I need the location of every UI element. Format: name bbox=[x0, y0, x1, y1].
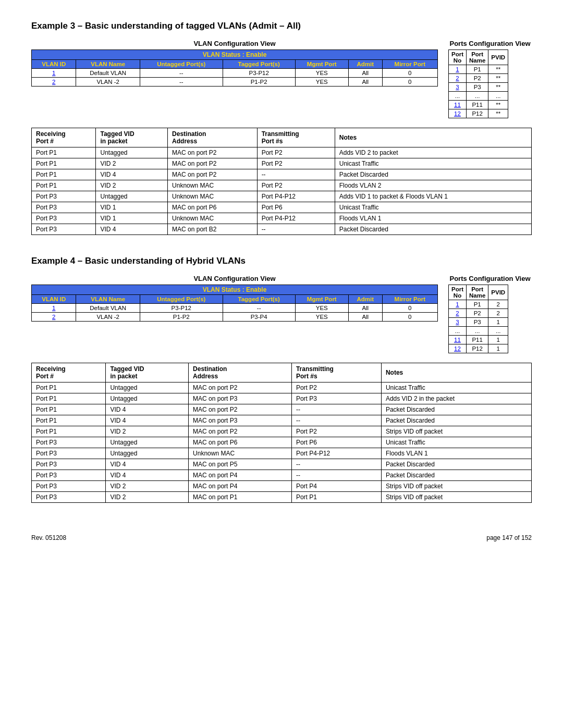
table-cell: P1 bbox=[467, 300, 488, 309]
table-cell: Port P2 bbox=[291, 426, 381, 437]
table-cell: ... bbox=[467, 92, 488, 101]
table-cell: Adds VID 2 in the packet bbox=[381, 393, 531, 404]
table-cell: MAC on port P3 bbox=[189, 393, 292, 404]
table-cell: Default VLAN bbox=[76, 69, 140, 78]
table-cell: ** bbox=[488, 109, 508, 118]
port-th-no: PortNo bbox=[449, 285, 467, 300]
table-cell: Unknown MAC bbox=[168, 191, 258, 202]
footer: Rev. 051208 page 147 of 152 bbox=[31, 534, 532, 541]
table-cell: Port P4-P12 bbox=[257, 191, 335, 202]
table-cell: 2 bbox=[488, 309, 508, 318]
example3-ports-table: PortNo PortName PVID 1P1**2P2**3P3**....… bbox=[448, 50, 508, 118]
example4-config-row: VLAN Configuration View VLAN Status : En… bbox=[31, 275, 532, 353]
table-cell: Port P3 bbox=[32, 202, 96, 213]
table-cell: VLAN -2 bbox=[76, 78, 140, 87]
footer-left: Rev. 051208 bbox=[31, 534, 66, 541]
table-cell: VID 2 bbox=[96, 158, 168, 169]
table-cell: Port P1 bbox=[32, 415, 106, 426]
table-cell: Packet Discarded bbox=[381, 404, 531, 415]
main-th-tagged-vid: Tagged VIDin packet bbox=[106, 363, 189, 382]
table-cell: MAC on port P6 bbox=[168, 202, 258, 213]
table-cell: Packet Discarded bbox=[381, 415, 531, 426]
table-cell: Port P1 bbox=[32, 426, 106, 437]
table-cell: -- bbox=[291, 470, 381, 481]
table-cell: Port P1 bbox=[291, 492, 381, 503]
table-cell: Port P4 bbox=[291, 481, 381, 492]
example3-vlan-table: VLAN ID VLAN Name Untagged Port(s) Tagge… bbox=[31, 59, 438, 87]
table-cell: Untagged bbox=[106, 382, 189, 393]
table-cell: Packet Discarded bbox=[381, 470, 531, 481]
table-cell: ** bbox=[488, 65, 508, 74]
table-cell: 2 bbox=[32, 78, 76, 87]
table-cell: MAC on port P2 bbox=[168, 169, 258, 180]
table-cell: ** bbox=[488, 83, 508, 92]
table-cell: 2 bbox=[449, 309, 467, 318]
table-cell: Floods VLAN 1 bbox=[381, 448, 531, 459]
table-cell: P3 bbox=[467, 318, 488, 327]
vlan-th-untagged: Untagged Port(s) bbox=[140, 295, 223, 304]
table-cell: Port P6 bbox=[291, 437, 381, 448]
table-cell: Untagged bbox=[106, 448, 189, 459]
table-cell: -- bbox=[291, 404, 381, 415]
table-cell: YES bbox=[295, 313, 348, 322]
main-th-transmitting: TransmittingPort #s bbox=[257, 128, 335, 147]
table-cell: VID 1 bbox=[96, 202, 168, 213]
example3-ports-config-title: Ports Configuration View bbox=[448, 40, 532, 47]
table-cell: Floods VLAN 1 bbox=[335, 213, 531, 224]
port-th-name: PortName bbox=[467, 285, 488, 300]
table-cell: P3 bbox=[467, 83, 488, 92]
vlan-th-mgmt: Mgmt Port bbox=[295, 295, 348, 304]
table-cell: ... bbox=[449, 92, 467, 101]
table-cell: Unicast Traffic bbox=[381, 437, 531, 448]
table-cell: P12 bbox=[467, 344, 488, 353]
main-th-notes: Notes bbox=[335, 128, 531, 147]
table-cell: Port P3 bbox=[32, 448, 106, 459]
table-cell: MAC on port P2 bbox=[189, 382, 292, 393]
table-cell: 1 bbox=[488, 336, 508, 344]
table-cell: MAC on port P4 bbox=[189, 481, 292, 492]
table-cell: 2 bbox=[488, 300, 508, 309]
table-cell: MAC on port B2 bbox=[168, 224, 258, 235]
table-cell: YES bbox=[295, 69, 348, 78]
table-cell: Unknown MAC bbox=[189, 448, 292, 459]
vlan-th-admit: Admit bbox=[348, 295, 382, 304]
table-cell: YES bbox=[295, 304, 348, 313]
table-cell: 1 bbox=[449, 65, 467, 74]
table-cell: Port P2 bbox=[257, 158, 335, 169]
vlan-th-tagged: Tagged Port(s) bbox=[223, 60, 295, 69]
table-cell: ** bbox=[488, 74, 508, 83]
table-cell: 2 bbox=[449, 74, 467, 83]
table-cell: 12 bbox=[449, 344, 467, 353]
table-cell: Default VLAN bbox=[76, 304, 140, 313]
table-cell: -- bbox=[140, 69, 223, 78]
table-cell: P2 bbox=[467, 74, 488, 83]
main-th-transmitting: TransmittingPort #s bbox=[291, 363, 381, 382]
table-cell: Port P3 bbox=[32, 224, 96, 235]
table-cell: Port P2 bbox=[257, 180, 335, 191]
table-cell: P2 bbox=[467, 309, 488, 318]
table-cell: VID 2 bbox=[106, 481, 189, 492]
example4-vlan-config: VLAN Configuration View VLAN Status : En… bbox=[31, 275, 438, 322]
table-cell: Port P4-P12 bbox=[291, 448, 381, 459]
table-cell: 1 bbox=[449, 300, 467, 309]
example4-ports-config: Ports Configuration View PortNo PortName… bbox=[448, 275, 532, 353]
table-cell: Port P3 bbox=[32, 492, 106, 503]
example4-ports-config-title: Ports Configuration View bbox=[448, 275, 532, 282]
table-cell: VID 4 bbox=[106, 470, 189, 481]
table-cell: Port P3 bbox=[291, 393, 381, 404]
table-cell: Untagged bbox=[106, 393, 189, 404]
example3-section: Example 3 – Basic understanding of tagge… bbox=[31, 21, 532, 235]
table-cell: Port P3 bbox=[32, 191, 96, 202]
table-cell: All bbox=[348, 304, 382, 313]
example3-ports-config: Ports Configuration View PortNo PortName… bbox=[448, 40, 532, 118]
table-cell: 0 bbox=[382, 313, 437, 322]
table-cell: MAC on port P1 bbox=[189, 492, 292, 503]
example3-main-table: ReceivingPort # Tagged VIDin packet Dest… bbox=[31, 128, 532, 235]
table-cell: Port P3 bbox=[32, 470, 106, 481]
example3-vlan-config: VLAN Configuration View VLAN Status : En… bbox=[31, 40, 438, 87]
port-th-pvid: PVID bbox=[488, 285, 508, 300]
table-cell: Port P3 bbox=[32, 459, 106, 470]
table-cell: Adds VID 2 to packet bbox=[335, 147, 531, 158]
table-cell: P1-P2 bbox=[140, 313, 223, 322]
main-th-receiving: ReceivingPort # bbox=[32, 128, 96, 147]
